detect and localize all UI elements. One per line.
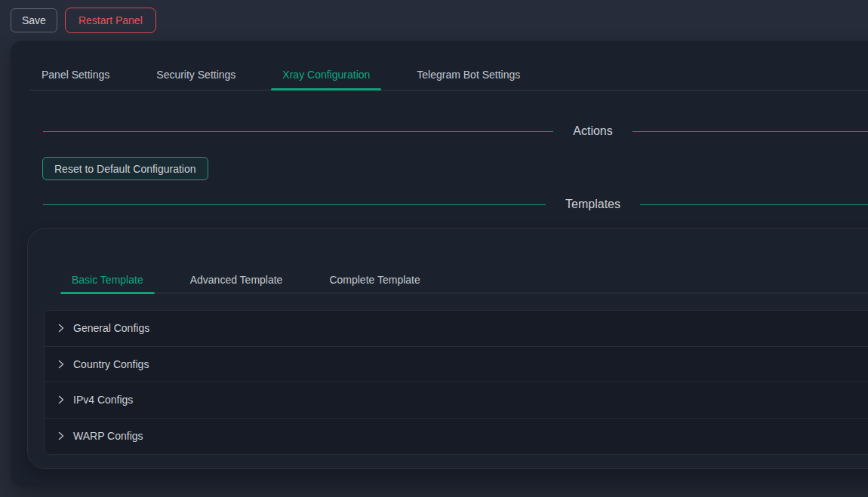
reset-default-configuration-button[interactable]: Reset to Default Configuration xyxy=(42,157,208,180)
templates-card: Basic Template Advanced Template Complet… xyxy=(27,228,868,469)
tab-complete-template[interactable]: Complete Template xyxy=(318,229,431,293)
collapse-header-general-configs[interactable]: General Configs xyxy=(45,311,868,347)
restart-panel-button[interactable]: Restart Panel xyxy=(65,8,156,33)
chevron-right-icon xyxy=(57,431,66,440)
templates-divider-label: Templates xyxy=(546,198,640,211)
tab-security-settings[interactable]: Security Settings xyxy=(145,41,247,90)
template-config-collapse: General Configs Country Configs IPv4 Con… xyxy=(44,310,868,455)
collapse-label: IPv4 Configs xyxy=(73,394,133,406)
templates-divider: Templates xyxy=(43,195,868,213)
collapse-header-warp-configs[interactable]: WARP Configs xyxy=(45,419,868,455)
tab-basic-template[interactable]: Basic Template xyxy=(60,229,155,293)
actions-divider: Actions xyxy=(43,122,868,140)
template-tabs: Basic Template Advanced Template Complet… xyxy=(60,229,868,293)
chevron-right-icon xyxy=(57,395,66,404)
tab-panel-settings[interactable]: Panel Settings xyxy=(30,41,121,90)
collapse-header-ipv4-configs[interactable]: IPv4 Configs xyxy=(45,382,868,419)
collapse-header-country-configs[interactable]: Country Configs xyxy=(45,347,868,383)
top-toolbar: Save Restart Panel xyxy=(0,0,868,41)
tab-telegram-bot-settings[interactable]: Telegram Bot Settings xyxy=(405,41,531,90)
settings-tabs: Panel Settings Security Settings Xray Co… xyxy=(30,41,868,91)
settings-card: Panel Settings Security Settings Xray Co… xyxy=(11,41,868,486)
tab-advanced-template[interactable]: Advanced Template xyxy=(179,229,294,293)
save-button[interactable]: Save xyxy=(11,8,57,32)
actions-divider-label: Actions xyxy=(553,124,632,138)
collapse-label: General Configs xyxy=(73,322,149,334)
chevron-right-icon xyxy=(57,360,66,369)
collapse-label: Country Configs xyxy=(73,358,149,370)
tab-xray-configuration[interactable]: Xray Configuration xyxy=(271,41,381,90)
collapse-label: WARP Configs xyxy=(73,430,143,442)
chevron-right-icon xyxy=(57,324,66,333)
